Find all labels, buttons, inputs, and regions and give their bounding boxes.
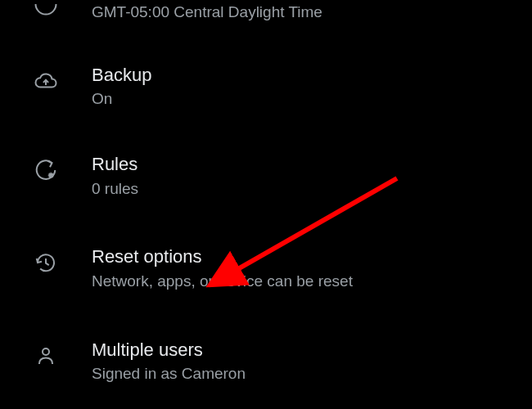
rules-icon	[0, 153, 92, 182]
settings-list: GMT-05:00 Central Daylight Time Backup O…	[0, 0, 532, 384]
clock-icon	[0, 0, 92, 16]
item-title: Reset options	[92, 245, 516, 269]
settings-item-rules[interactable]: Rules 0 rules	[0, 142, 532, 231]
cloud-upload-icon	[0, 64, 92, 93]
settings-item-datetime[interactable]: GMT-05:00 Central Daylight Time	[0, 0, 532, 56]
settings-item-multiple-users[interactable]: Multiple users Signed in as Cameron	[0, 325, 532, 384]
item-title: Rules	[92, 153, 516, 177]
history-icon	[0, 245, 92, 275]
person-icon	[0, 339, 92, 368]
svg-point-2	[43, 348, 49, 355]
item-subtitle: 0 rules	[92, 179, 516, 200]
item-subtitle: Network, apps, or device can be reset	[92, 272, 516, 292]
item-subtitle: GMT-05:00 Central Daylight Time	[92, 2, 516, 23]
item-subtitle: Signed in as Cameron	[92, 364, 516, 384]
item-title: Multiple users	[92, 339, 516, 362]
item-title: Backup	[92, 64, 516, 88]
settings-item-backup[interactable]: Backup On	[0, 56, 532, 142]
item-subtitle: On	[92, 89, 516, 110]
settings-item-reset-options[interactable]: Reset options Network, apps, or device c…	[0, 231, 532, 324]
